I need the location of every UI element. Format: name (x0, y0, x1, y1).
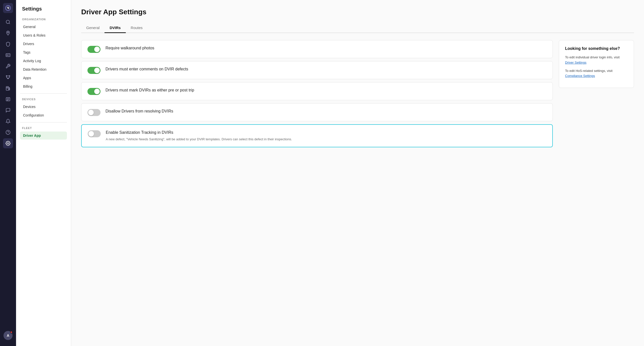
svg-point-8 (9, 75, 10, 76)
shield-nav-icon[interactable] (3, 39, 13, 49)
side-panel: Looking for something else? To edit indi… (559, 40, 634, 88)
search-nav-icon[interactable] (3, 17, 13, 27)
toggle-track-4[interactable] (87, 109, 100, 116)
chat-nav-icon[interactable] (3, 105, 13, 115)
setting-title-walkaround: Require walkaround photos (105, 45, 547, 51)
svg-point-6 (7, 55, 8, 55)
setting-title-dvir-comments: Drivers must enter comments on DVIR defe… (105, 66, 547, 72)
sidebar-item-billing[interactable]: Billing (20, 82, 67, 90)
bell-nav-icon[interactable] (3, 116, 13, 126)
map-nav-icon[interactable] (3, 28, 13, 38)
app-logo[interactable] (3, 3, 13, 13)
tab-routes[interactable]: Routes (126, 23, 148, 33)
content-layout: Require walkaround photos Drivers must e… (81, 40, 634, 147)
sidebar-divider-1 (20, 93, 67, 94)
settings-title: Settings (20, 6, 67, 12)
id-nav-icon[interactable] (3, 50, 13, 60)
svg-point-7 (6, 75, 7, 76)
toggle-sanitization[interactable] (88, 130, 101, 137)
toggle-track-3[interactable] (87, 88, 100, 95)
sidebar-item-driver-app[interactable]: Driver App (20, 132, 67, 140)
route-nav-icon[interactable] (3, 72, 13, 82)
setting-title-pre-post: Drivers must mark DVIRs as either pre or… (105, 87, 547, 93)
side-panel-text-2-static: To edit HoS-related settings, visit (565, 69, 612, 73)
setting-text-sanitization: Enable Sanitization Tracking in DVIRs A … (106, 130, 546, 142)
fleet-section-label: FLEET (20, 127, 67, 130)
setting-card-walkaround: Require walkaround photos (81, 40, 553, 58)
setting-card-disallow-resolve: Disallow Drivers from resolving DVIRs (81, 103, 553, 121)
org-section-label: ORGANIZATION (20, 18, 67, 21)
gear-nav-icon[interactable] (3, 138, 13, 148)
setting-text-disallow-resolve: Disallow Drivers from resolving DVIRs (105, 108, 547, 114)
toggle-thumb (94, 47, 100, 52)
setting-card-sanitization: Enable Sanitization Tracking in DVIRs A … (81, 124, 553, 147)
setting-text-dvir-comments: Drivers must enter comments on DVIR defe… (105, 66, 547, 72)
toggle-thumb-2 (94, 68, 100, 73)
sidebar-item-configuration[interactable]: Configuration (20, 111, 67, 119)
svg-point-17 (8, 143, 9, 144)
svg-point-2 (6, 20, 10, 24)
svg-rect-5 (6, 54, 10, 57)
sidebar-item-apps[interactable]: Apps (20, 74, 67, 82)
toggle-thumb-3 (94, 89, 100, 94)
toggle-thumb-4 (88, 110, 94, 115)
user-avatar[interactable]: A (4, 331, 13, 340)
svg-rect-10 (7, 87, 8, 88)
wrench-nav-icon[interactable] (3, 61, 13, 71)
sidebar-item-data-retention[interactable]: Data Retention (20, 65, 67, 73)
sidebar-item-users-roles[interactable]: Users & Roles (20, 31, 67, 39)
toggle-dvir-comments[interactable] (87, 67, 100, 74)
setting-title-disallow-resolve: Disallow Drivers from resolving DVIRs (105, 108, 547, 114)
sidebar-item-activity-log[interactable]: Activity Log (20, 57, 67, 65)
settings-list: Require walkaround photos Drivers must e… (81, 40, 553, 147)
toggle-disallow-resolve[interactable] (87, 109, 100, 116)
svg-point-1 (8, 8, 9, 9)
fuel-nav-icon[interactable] (3, 83, 13, 93)
user-initial: A (7, 333, 9, 337)
help-nav-icon[interactable] (3, 127, 13, 137)
setting-text-pre-post: Drivers must mark DVIRs as either pre or… (105, 87, 547, 93)
toggle-pre-post[interactable] (87, 88, 100, 95)
setting-card-dvir-comments: Drivers must enter comments on DVIR defe… (81, 61, 553, 79)
page-title: Driver App Settings (81, 8, 634, 16)
setting-desc-sanitization: A new defect, "Vehicle Needs Sanitizing"… (106, 137, 546, 142)
driver-settings-link[interactable]: Driver Settings (565, 61, 586, 64)
sidebar-divider-2 (20, 122, 67, 123)
compliance-settings-link[interactable]: Compliance Settings (565, 74, 595, 78)
toggle-track-2[interactable] (87, 67, 100, 74)
side-panel-text-1-static: To edit individual driver login info, vi… (565, 55, 620, 59)
tab-general[interactable]: General (81, 23, 104, 33)
notification-dot (10, 331, 13, 333)
list-nav-icon[interactable] (3, 94, 13, 104)
tabs-bar: General DVIRs Routes (81, 23, 634, 33)
setting-text-walkaround: Require walkaround photos (105, 45, 547, 51)
side-panel-heading: Looking for something else? (565, 46, 628, 51)
svg-point-4 (8, 32, 9, 33)
toggle-track[interactable] (87, 46, 100, 53)
sidebar-item-devices[interactable]: Devices (20, 103, 67, 111)
tab-dvirs[interactable]: DVIRs (104, 23, 126, 33)
settings-sidebar: Settings ORGANIZATION General Users & Ro… (16, 0, 71, 346)
main-content: Driver App Settings General DVIRs Routes… (71, 0, 644, 346)
setting-title-sanitization: Enable Sanitization Tracking in DVIRs (106, 130, 546, 135)
side-panel-text-1: To edit individual driver login info, vi… (565, 55, 628, 65)
toggle-walkaround[interactable] (87, 46, 100, 53)
setting-card-pre-post: Drivers must mark DVIRs as either pre or… (81, 82, 553, 100)
svg-line-3 (9, 23, 10, 24)
side-panel-text-2: To edit HoS-related settings, visit Comp… (565, 68, 628, 79)
sidebar-item-general[interactable]: General (20, 23, 67, 31)
sidebar-item-tags[interactable]: Tags (20, 48, 67, 56)
sidebar-item-drivers[interactable]: Drivers (20, 40, 67, 48)
devices-section-label: DEVICES (20, 98, 67, 101)
toggle-thumb-5 (88, 131, 94, 137)
icon-sidebar: A (0, 0, 16, 346)
toggle-track-5[interactable] (88, 130, 101, 137)
